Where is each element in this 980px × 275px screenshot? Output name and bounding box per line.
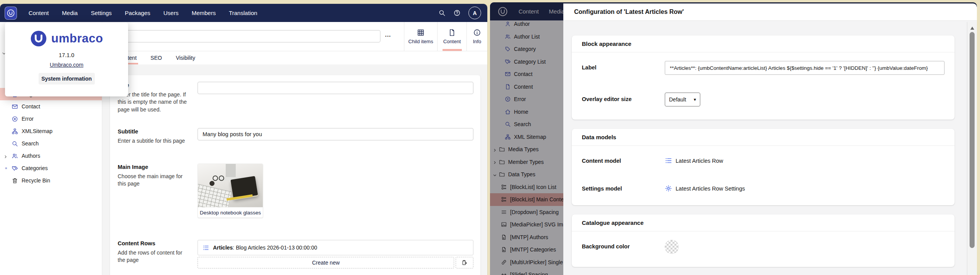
- left-tree-list: BlogContactErrorXMLSitemapSearchAuthors≡…: [0, 88, 102, 187]
- tree-item-recycle-bin[interactable]: Recycle Bin: [0, 174, 102, 187]
- umbraco-logo: umbraco: [30, 30, 103, 47]
- main-image-label: Main Image: [118, 164, 148, 170]
- list-view-badge: ≡: [5, 166, 7, 170]
- content-subtabs: ContentSEOVisibility: [102, 51, 487, 64]
- grid-icon: [417, 29, 425, 37]
- dialog-title: Configuration of 'Latest Articles Row': [563, 3, 977, 21]
- paste-from-clipboard-button[interactable]: [456, 257, 473, 268]
- section-title: Block appearance: [572, 35, 955, 52]
- model-ref-settings-model[interactable]: Latest Articles Row Settings: [665, 182, 945, 192]
- media-item-card[interactable]: Desktop notebook glasses: [198, 164, 263, 218]
- form-row-main-image: Main Image Choose the main image for thi…: [118, 164, 473, 218]
- block-list-icon: [203, 245, 209, 251]
- tree-item-error[interactable]: Error: [0, 113, 102, 125]
- model-ref-content-model[interactable]: Latest Articles Row: [665, 154, 945, 164]
- config-row-overlay-editor-size: Overlay editor sizeDefault▾: [582, 93, 945, 106]
- subtitle-label: Subtitle: [118, 128, 138, 135]
- sitemap-icon: [12, 128, 18, 135]
- help-icon[interactable]: [453, 9, 461, 17]
- dialog-section-block-appearance: Block appearanceLabelOverlay editor size…: [572, 35, 955, 120]
- trash-icon: [12, 177, 18, 184]
- nav-item-settings[interactable]: Settings: [91, 10, 112, 16]
- umbraco-about-popup: umbraco 17.1.0 Umbraco.com System inform…: [5, 22, 128, 96]
- content-rows-label: Content Rows: [118, 240, 155, 246]
- nav-item-users[interactable]: Users: [163, 10, 178, 16]
- tree-item-xmlsitemap[interactable]: XMLSitemap: [0, 125, 102, 137]
- scrollbar-thumb[interactable]: [970, 32, 975, 248]
- screenshot-stage: ContentMediaSettingsPackagesUsersMembers…: [0, 0, 980, 275]
- dialog-scrollbar[interactable]: [967, 22, 977, 275]
- dialog-section-catalogue-appearance: Catalogue appearanceBackground color: [572, 214, 955, 267]
- search-icon: [12, 140, 18, 147]
- tree-item-search[interactable]: Search: [0, 137, 102, 150]
- background-color-swatch[interactable]: [665, 240, 679, 254]
- block-list-entry[interactable]: Articles: Blog Articles 2026-01-13 00:00…: [198, 240, 473, 255]
- block-create-row: Create new: [198, 257, 473, 268]
- content-workspace: Title Enter the title for the page. If t…: [102, 64, 487, 275]
- dialog-section-data-models: Data modelsContent modelLatest Articles …: [572, 129, 955, 205]
- user-avatar[interactable]: A: [468, 7, 481, 19]
- document-name-input[interactable]: [107, 30, 380, 42]
- chevron-right-icon[interactable]: [3, 154, 8, 158]
- left-top-navbar: ContentMediaSettingsPackagesUsersMembers…: [0, 4, 487, 22]
- config-input-label[interactable]: [665, 61, 945, 75]
- block-entry-name: Articles: [213, 245, 233, 251]
- config-row-label: Label: [582, 61, 945, 75]
- tab-child-items[interactable]: Child items: [404, 22, 437, 51]
- tab-content[interactable]: Content: [437, 22, 466, 51]
- tree-item-contact[interactable]: Contact: [0, 100, 102, 113]
- nav-item-content[interactable]: Content: [29, 10, 49, 16]
- navbar-actions: A: [438, 7, 481, 19]
- configuration-dialog: Configuration of 'Latest Articles Row' B…: [563, 3, 977, 275]
- title-description: Enter the title for the page. If this is…: [118, 91, 189, 113]
- media-caption: Desktop notebook glasses: [198, 207, 263, 218]
- form-row-content-rows: Content Rows Add the rows of content for…: [118, 240, 473, 268]
- nav-item-members[interactable]: Members: [192, 10, 216, 16]
- scroll-up-arrow-icon[interactable]: [970, 25, 974, 30]
- nav-item-media[interactable]: Media: [62, 10, 78, 16]
- create-new-button[interactable]: Create new: [198, 257, 454, 268]
- search-icon[interactable]: [438, 9, 446, 17]
- info-icon: [473, 29, 481, 37]
- left-window: ContentMediaSettingsPackagesUsersMembers…: [0, 4, 487, 275]
- section-title: Data models: [572, 129, 955, 146]
- document-header: ... Child itemsContentInfo: [102, 22, 487, 51]
- doc-icon: [448, 29, 456, 37]
- clipboard-paste-icon: [461, 260, 468, 266]
- subtitle-input[interactable]: [198, 128, 473, 140]
- list-icon: [665, 157, 672, 164]
- version-label: 17.1.0: [59, 52, 74, 58]
- form-row-title: Title Enter the title for the page. If t…: [118, 82, 473, 113]
- tab-info[interactable]: Info: [466, 22, 487, 51]
- umbraco-logo-button[interactable]: [5, 7, 17, 20]
- nav-item-translation[interactable]: Translation: [229, 10, 257, 16]
- left-main-column: ... Child itemsContentInfo ContentSEOVis…: [102, 22, 487, 275]
- people-icon: [12, 153, 18, 159]
- system-information-button[interactable]: System information: [39, 73, 95, 84]
- tree-item-categories[interactable]: ≡Categories: [0, 162, 102, 174]
- tags-icon: [12, 165, 18, 172]
- main-image-description: Choose the main image for this page: [118, 173, 189, 188]
- collection-tabs: Child itemsContentInfo: [404, 22, 487, 51]
- media-thumbnail: [198, 164, 263, 207]
- dialog-body: Block appearanceLabelOverlay editor size…: [563, 21, 977, 275]
- section-title: Catalogue appearance: [572, 214, 955, 231]
- x-circle-icon: [12, 116, 18, 122]
- title-input[interactable]: [198, 82, 473, 94]
- block-entry-text: Blog Articles 2026-01-13 00:00:00: [236, 245, 317, 251]
- subtab-visibility[interactable]: Visibility: [176, 51, 195, 64]
- brand-wordmark: umbraco: [51, 32, 103, 46]
- nav-item-packages[interactable]: Packages: [125, 10, 150, 16]
- config-select-overlay-editor-size[interactable]: Default▾: [665, 93, 700, 106]
- config-row-content-model: Content modelLatest Articles Row: [582, 154, 945, 164]
- tree-item-authors[interactable]: Authors: [0, 150, 102, 162]
- content-rows-description: Add the rows of content for the page: [118, 249, 189, 264]
- config-row-settings-model: Settings modelLatest Articles Row Settin…: [582, 182, 945, 192]
- umbraco-logo-icon: [30, 30, 47, 47]
- more-options-button[interactable]: ...: [385, 31, 391, 38]
- subtab-seo[interactable]: SEO: [150, 51, 162, 64]
- left-nav-menu: ContentMediaSettingsPackagesUsersMembers…: [29, 10, 257, 16]
- envelope-icon: [12, 103, 18, 110]
- umbraco-com-link[interactable]: Umbraco.com: [50, 62, 83, 68]
- gear-icon: [665, 185, 672, 192]
